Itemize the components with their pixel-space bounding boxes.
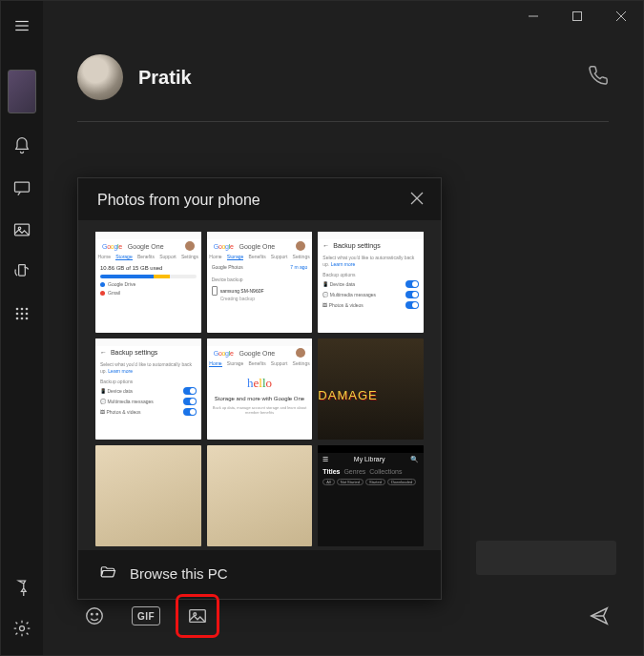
- photo-thumb[interactable]: Google Google One HomeStorageBenefitsSup…: [207, 338, 313, 440]
- photo-thumb[interactable]: DAMAGE: [318, 338, 424, 440]
- emoji-button[interactable]: [77, 599, 112, 633]
- thumb-row: Photos & videos: [106, 409, 140, 415]
- window-maximize-button[interactable]: [555, 1, 599, 31]
- sidebar-item-messages[interactable]: [3, 169, 41, 207]
- contact-avatar[interactable]: [77, 54, 123, 100]
- sidebar-item-phonescreen[interactable]: [3, 253, 41, 291]
- thumb-title: DAMAGE: [318, 388, 377, 402]
- thumb-row: Device data: [107, 388, 132, 394]
- thumb-line: Google Photos: [212, 264, 243, 271]
- contact-header: Pratik: [77, 54, 609, 122]
- window-minimize-button[interactable]: [511, 1, 555, 31]
- svg-point-12: [26, 313, 29, 316]
- popup-close-button[interactable]: [410, 192, 424, 209]
- message-input[interactable]: [476, 541, 616, 575]
- svg-point-13: [16, 318, 19, 320]
- svg-rect-6: [19, 265, 26, 277]
- thumb-line: Storage and more with Google One: [212, 395, 308, 402]
- thumb-sub: Google Drive: [108, 281, 135, 288]
- svg-point-23: [87, 608, 103, 625]
- thumb-row: Multimedia messages: [107, 399, 153, 404]
- svg-rect-3: [15, 182, 30, 192]
- thumb-title: My Library: [354, 456, 385, 463]
- sidebar-item-photos[interactable]: [3, 211, 41, 249]
- thumb-title: Backup settings: [333, 242, 380, 249]
- sidebar-phone-tile[interactable]: [8, 70, 36, 113]
- window-titlebar: [43, 1, 643, 31]
- chat-area: Photos from your phone Google Google One…: [43, 122, 643, 655]
- photo-thumb[interactable]: ← Backup settings Select what you'd like…: [95, 338, 201, 440]
- svg-point-25: [96, 613, 97, 614]
- photo-thumb[interactable]: Google Google One HomeStorageBenefitsSup…: [95, 232, 201, 333]
- sidebar-item-notifications[interactable]: [3, 127, 41, 165]
- call-button[interactable]: [588, 65, 609, 90]
- photo-thumb[interactable]: [207, 445, 313, 546]
- browse-pc-label: Browse this PC: [130, 565, 228, 582]
- folder-open-icon: [99, 564, 116, 584]
- svg-point-8: [21, 308, 24, 311]
- photo-grid: Google Google One HomeStorageBenefitsSup…: [95, 232, 424, 546]
- gif-icon: GIF: [132, 606, 160, 625]
- thumb-sub: Creating backup: [220, 296, 308, 302]
- contact-name: Pratik: [138, 67, 192, 89]
- popup-header: Photos from your phone: [78, 178, 441, 220]
- photo-thumb[interactable]: ☰ My Library 🔍 Titles Genres Collections…: [318, 445, 424, 546]
- thumb-sub2: Gmail: [108, 290, 120, 297]
- image-icon: [187, 605, 208, 626]
- composer-bar: GIF: [77, 596, 616, 636]
- photo-picker-popup: Photos from your phone Google Google One…: [77, 177, 442, 600]
- send-icon: [589, 605, 610, 626]
- hamburger-menu-button[interactable]: [3, 7, 41, 45]
- svg-point-16: [20, 626, 25, 631]
- thumb-title: Backup settings: [111, 349, 157, 356]
- sidebar-item-settings[interactable]: [3, 609, 41, 647]
- svg-point-14: [21, 318, 24, 320]
- popup-body: Google Google One HomeStorageBenefitsSup…: [78, 220, 441, 550]
- svg-point-11: [21, 313, 24, 316]
- app-sidebar: [1, 1, 43, 655]
- sidebar-item-apps[interactable]: [3, 295, 41, 333]
- thumb-title: Google One: [239, 350, 275, 357]
- svg-point-9: [26, 308, 29, 311]
- attach-image-button[interactable]: [180, 599, 215, 633]
- main-area: Pratik Photos from your phone Google Goo…: [43, 1, 643, 655]
- thumb-title: Google One: [239, 243, 275, 250]
- window-close-button[interactable]: [599, 1, 643, 31]
- photo-thumb[interactable]: [95, 445, 201, 546]
- photo-thumb[interactable]: Google Google One HomeStorageBenefitsSup…: [207, 232, 313, 333]
- svg-point-15: [26, 318, 29, 320]
- thumb-title: Google One: [128, 243, 164, 250]
- svg-point-24: [92, 613, 93, 614]
- sidebar-item-pin[interactable]: [3, 567, 41, 605]
- browse-pc-button[interactable]: Browse this PC: [78, 550, 441, 599]
- thumb-row: Device data: [330, 281, 355, 287]
- svg-point-10: [16, 313, 19, 316]
- popup-title: Photos from your phone: [97, 192, 260, 209]
- thumb-row: Photos & videos: [329, 302, 364, 308]
- svg-point-7: [16, 308, 19, 311]
- thumb-row: Multimedia messages: [330, 292, 376, 297]
- svg-rect-18: [573, 12, 582, 21]
- thumb-line: 10.86 GB of 15 GB used: [100, 264, 197, 272]
- thumb-line2: samsung SM-N960F: [220, 288, 264, 295]
- photo-thumb[interactable]: ← Backup settings Select what you'd like…: [318, 232, 424, 333]
- gif-button[interactable]: GIF: [129, 599, 163, 633]
- send-button[interactable]: [582, 599, 616, 633]
